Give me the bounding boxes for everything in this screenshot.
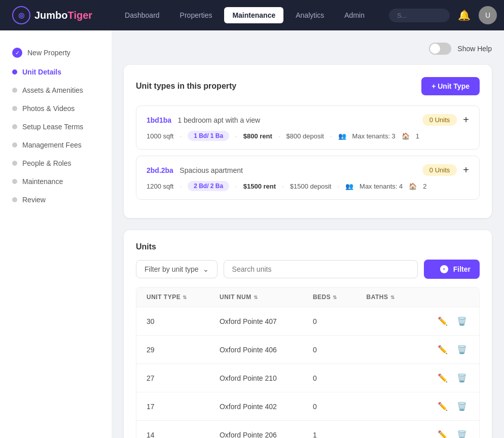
units-card: Units Filter by unit type ⌄ Filter <box>124 230 492 438</box>
sidebar-item-management-fees[interactable]: Management Fees <box>0 136 112 154</box>
show-help-label: Show Help <box>457 45 492 53</box>
edit-button[interactable]: ✏️ <box>436 399 450 413</box>
sidebar-item-label: People & Roles <box>22 159 71 167</box>
cell-actions: ✏️ 🗑️ <box>414 421 479 439</box>
unit-type-row-1: 1bd1ba 1 bedroom apt with a view 0 Units… <box>136 105 480 150</box>
cell-baths <box>356 392 415 421</box>
units-title: Units <box>136 242 480 251</box>
filter-unit-type-dropdown[interactable]: Filter by unit type ⌄ <box>136 260 218 278</box>
avatar[interactable]: U <box>479 6 497 24</box>
sidebar-item-photos-videos[interactable]: Photos & Videos <box>0 99 112 118</box>
sidebar-item-maintenance[interactable]: Maintenance <box>0 172 112 191</box>
global-search-input[interactable] <box>389 9 450 22</box>
dot-icon <box>12 179 17 184</box>
unit-types-title: Unit types in this property <box>136 82 236 91</box>
col-unit-num[interactable]: UNIT NUM⇅ <box>209 287 303 307</box>
sidebar-item-label: Photos & Videos <box>22 104 75 113</box>
sidebar-item-assets-amenities[interactable]: Assets & Amenities <box>0 81 112 99</box>
cell-unit-num: Oxford Pointe 402 <box>209 392 303 421</box>
delete-button[interactable]: 🗑️ <box>455 371 469 385</box>
delete-button[interactable]: 🗑️ <box>455 343 469 356</box>
sidebar-item-review[interactable]: Review <box>0 191 112 209</box>
dot-icon <box>12 161 17 166</box>
unit-types-card: Unit types in this property + Unit Type … <box>124 65 492 218</box>
nav-maintenance[interactable]: Maintenance <box>224 7 283 23</box>
nav-analytics[interactable]: Analytics <box>287 7 332 23</box>
col-baths[interactable]: BATHS⇅ <box>356 287 415 307</box>
edit-button[interactable]: ✏️ <box>436 371 450 385</box>
unit-type-name-2: 2bd.2ba <box>147 166 173 174</box>
sidebar-item-new-property[interactable]: ✓ New Property <box>0 43 112 63</box>
unit-type-row-1-header: 1bd1ba 1 bedroom apt with a view 0 Units… <box>147 114 469 126</box>
unit-type-desc-2: Spacious apartment <box>179 166 243 174</box>
cell-beds: 0 <box>303 364 356 392</box>
edit-button[interactable]: ✏️ <box>436 314 450 328</box>
sidebar-item-unit-details[interactable]: Unit Details <box>0 63 112 81</box>
edit-button[interactable]: ✏️ <box>436 428 450 438</box>
add-unit-type-button[interactable]: + Unit Type <box>421 77 480 95</box>
delete-button[interactable]: 🗑️ <box>455 399 469 413</box>
show-help-toggle[interactable] <box>429 43 451 55</box>
people-icon: 👥 <box>338 132 346 140</box>
cell-unit-type: 14 <box>136 421 209 439</box>
parking-1: 1 <box>416 132 419 140</box>
dot-icon <box>12 124 17 129</box>
units-badge-1: 0 Units <box>422 114 457 126</box>
rent-2: $1500 rent <box>243 182 276 190</box>
dot-icon <box>12 197 17 202</box>
cell-unit-num: Oxford Pointe 206 <box>209 421 303 439</box>
chevron-down-icon: ⌄ <box>203 265 209 273</box>
cell-beds: 0 <box>303 336 356 364</box>
cell-actions: ✏️ 🗑️ <box>414 364 479 392</box>
logo-icon: ◎ <box>12 6 30 24</box>
notification-bell-icon[interactable]: 🔔 <box>458 9 471 21</box>
delete-button[interactable]: 🗑️ <box>455 428 469 438</box>
filter-label: Filter by unit type <box>145 265 199 273</box>
unit-type-row-2: 2bd.2ba Spacious apartment 0 Units + 120… <box>136 156 480 200</box>
units-badge-2: 0 Units <box>422 164 457 176</box>
people-icon-2: 👥 <box>345 182 353 190</box>
filter-button[interactable]: Filter <box>424 260 480 279</box>
check-icon: ✓ <box>12 48 22 58</box>
bed-bath-tag-1: 1 Bd/ 1 Ba <box>188 131 229 141</box>
unit-type-desc-1: 1 bedroom apt with a view <box>177 116 260 124</box>
table-header-row: UNIT TYPE⇅ UNIT NUM⇅ BEDS⇅ BATHS⇅ <box>136 287 479 307</box>
separator: · <box>180 182 182 190</box>
dot-icon <box>12 106 17 111</box>
nav-dashboard[interactable]: Dashboard <box>117 7 168 23</box>
unit-type-row-2-header: 2bd.2ba Spacious apartment 0 Units + <box>147 164 469 176</box>
edit-button[interactable]: ✏️ <box>436 343 450 356</box>
sort-arrow-unit-num: ⇅ <box>254 295 258 300</box>
cell-beds: 0 <box>303 307 356 336</box>
sidebar-item-label: Setup Lease Terms <box>22 123 83 131</box>
card-header: Unit types in this property + Unit Type <box>136 77 480 95</box>
nav-admin[interactable]: Admin <box>336 7 373 23</box>
search-units-input[interactable] <box>224 260 418 278</box>
delete-button[interactable]: 🗑️ <box>455 314 469 328</box>
sidebar-item-label: Review <box>22 196 46 204</box>
filter-toggle-icon <box>433 264 449 274</box>
car-icon-2: 🏠 <box>409 182 417 190</box>
add-unit-button-2[interactable]: + <box>463 164 469 176</box>
cell-actions: ✏️ 🗑️ <box>414 307 479 336</box>
table-head: UNIT TYPE⇅ UNIT NUM⇅ BEDS⇅ BATHS⇅ <box>136 287 479 307</box>
add-unit-button-1[interactable]: + <box>463 114 469 126</box>
cell-actions: ✏️ 🗑️ <box>414 392 479 421</box>
sidebar-item-label: Unit Details <box>22 68 61 76</box>
cell-baths <box>356 421 415 439</box>
parking-2: 2 <box>423 182 426 190</box>
sidebar-item-label: New Property <box>27 49 70 57</box>
col-unit-type[interactable]: UNIT TYPE⇅ <box>136 287 209 307</box>
col-beds[interactable]: BEDS⇅ <box>303 287 356 307</box>
table-row: 27 Oxford Pointe 210 0 ✏️ 🗑️ <box>136 364 479 392</box>
cell-unit-type: 27 <box>136 364 209 392</box>
cell-unit-num: Oxford Pointe 406 <box>209 336 303 364</box>
unit-type-details-2: 1200 sqft · 2 Bd/ 2 Ba · $1500 rent · $1… <box>147 181 469 191</box>
deposit-1: $800 deposit <box>286 132 324 140</box>
sidebar-item-people-roles[interactable]: People & Roles <box>0 154 112 172</box>
unit-type-row-1-name-group: 1bd1ba 1 bedroom apt with a view <box>147 116 260 125</box>
nav-properties[interactable]: Properties <box>172 7 221 23</box>
show-help-bar: Show Help <box>124 43 492 55</box>
sidebar-item-setup-lease-terms[interactable]: Setup Lease Terms <box>0 118 112 136</box>
car-icon: 🏠 <box>402 132 410 140</box>
